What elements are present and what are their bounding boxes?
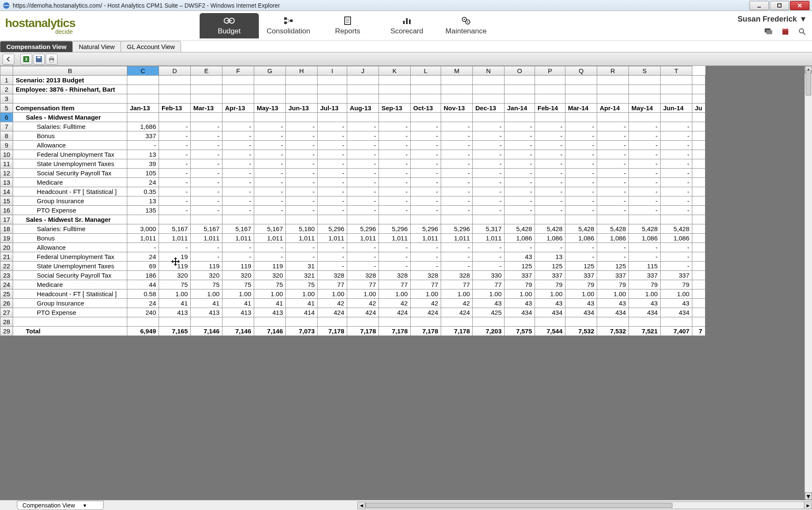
cell[interactable]: - xyxy=(597,141,629,150)
cell[interactable]: - xyxy=(473,178,505,187)
cell[interactable]: - xyxy=(222,178,254,187)
nav-consolidation[interactable]: Consolidation xyxy=(259,13,318,38)
row-header[interactable]: 9 xyxy=(0,141,13,150)
cell[interactable]: - xyxy=(535,159,565,169)
cell[interactable]: 320 xyxy=(254,271,286,280)
user-menu[interactable]: Susan Frederick ▼ xyxy=(738,15,807,24)
cell[interactable]: 1.00 xyxy=(661,289,692,299)
cell[interactable]: - xyxy=(318,206,347,215)
cell[interactable]: - xyxy=(597,187,629,196)
cell[interactable]: - xyxy=(661,206,692,215)
cell[interactable] xyxy=(473,85,505,94)
cell[interactable]: - xyxy=(661,178,692,187)
cell[interactable] xyxy=(318,113,347,122)
month-header[interactable]: Jan-13 xyxy=(127,104,159,113)
cell[interactable]: 79 xyxy=(597,280,629,289)
cell[interactable] xyxy=(473,94,505,104)
cell[interactable]: - xyxy=(347,206,379,215)
cell[interactable] xyxy=(411,94,441,104)
cell[interactable] xyxy=(661,94,692,104)
cell[interactable]: 328 xyxy=(441,271,473,280)
excel-export-button[interactable]: X xyxy=(20,54,32,65)
month-header[interactable]: Ju xyxy=(692,104,705,113)
cell[interactable]: 13 xyxy=(127,196,159,206)
cell[interactable]: - xyxy=(254,169,286,178)
cell[interactable] xyxy=(411,317,441,327)
cell[interactable]: - xyxy=(379,159,411,169)
cell[interactable]: - xyxy=(565,178,597,187)
column-header[interactable]: T xyxy=(661,66,692,76)
cell[interactable]: 1,011 xyxy=(347,234,379,243)
cell[interactable]: 424 xyxy=(318,308,347,317)
cell[interactable]: 43 xyxy=(597,299,629,308)
month-header[interactable]: Aug-13 xyxy=(347,104,379,113)
cell[interactable] xyxy=(692,224,705,234)
cell[interactable] xyxy=(692,122,705,131)
cell[interactable]: - xyxy=(597,178,629,187)
cell[interactable]: 1,011 xyxy=(441,234,473,243)
cell[interactable]: 13 xyxy=(535,252,565,262)
cell[interactable]: 13 xyxy=(127,150,159,159)
cell[interactable]: - xyxy=(411,150,441,159)
row-label[interactable]: Group Insurance xyxy=(13,299,127,308)
row-label[interactable]: Total xyxy=(13,327,127,336)
row-header[interactable]: 17 xyxy=(0,215,13,224)
cell[interactable] xyxy=(411,215,441,224)
cell[interactable]: - xyxy=(565,187,597,196)
cell[interactable] xyxy=(692,76,705,85)
cell[interactable] xyxy=(597,85,629,94)
cell[interactable]: - xyxy=(565,131,597,141)
row-header[interactable]: 7 xyxy=(0,122,13,131)
cell[interactable]: 77 xyxy=(441,280,473,289)
cell[interactable] xyxy=(347,85,379,94)
cell[interactable] xyxy=(692,234,705,243)
cell[interactable]: - xyxy=(597,206,629,215)
cell[interactable]: 1,086 xyxy=(565,234,597,243)
cell[interactable]: 1,011 xyxy=(191,234,222,243)
cell[interactable] xyxy=(692,317,705,327)
cell[interactable]: 1,011 xyxy=(379,234,411,243)
cell[interactable] xyxy=(254,76,286,85)
cell[interactable] xyxy=(629,317,661,327)
month-header[interactable]: Apr-14 xyxy=(597,104,629,113)
cell[interactable] xyxy=(629,94,661,104)
cell[interactable]: - xyxy=(379,196,411,206)
cell[interactable]: 77 xyxy=(347,280,379,289)
cell[interactable]: - xyxy=(597,243,629,252)
cell[interactable]: 77 xyxy=(473,280,505,289)
cell[interactable] xyxy=(191,76,222,85)
cell[interactable]: - xyxy=(191,196,222,206)
cell[interactable]: - xyxy=(318,169,347,178)
cell[interactable] xyxy=(473,76,505,85)
cell[interactable]: - xyxy=(254,159,286,169)
cell[interactable]: - xyxy=(318,252,347,262)
cell[interactable]: - xyxy=(222,159,254,169)
cell[interactable]: 105 xyxy=(127,169,159,178)
row-label[interactable] xyxy=(13,94,127,104)
cell[interactable]: - xyxy=(254,206,286,215)
cell[interactable]: 434 xyxy=(535,308,565,317)
cell[interactable]: 413 xyxy=(191,308,222,317)
cell[interactable]: 5,296 xyxy=(347,224,379,234)
cell[interactable]: - xyxy=(191,169,222,178)
cell[interactable]: 1.00 xyxy=(505,289,535,299)
row-header[interactable]: 1 xyxy=(0,76,13,85)
cell[interactable]: 1.00 xyxy=(318,289,347,299)
cell[interactable] xyxy=(692,178,705,187)
cell[interactable]: 75 xyxy=(222,280,254,289)
cell[interactable]: - xyxy=(441,187,473,196)
cell[interactable]: 42 xyxy=(318,299,347,308)
save-button[interactable] xyxy=(33,54,45,65)
cell[interactable] xyxy=(692,299,705,308)
cell[interactable] xyxy=(629,85,661,94)
cell[interactable]: - xyxy=(347,131,379,141)
cell[interactable]: - xyxy=(286,196,318,206)
column-header[interactable]: S xyxy=(629,66,661,76)
cell[interactable]: - xyxy=(629,122,661,131)
cell[interactable]: 1,011 xyxy=(411,234,441,243)
cell[interactable] xyxy=(159,317,191,327)
cell[interactable]: - xyxy=(535,131,565,141)
month-header[interactable]: Jun-13 xyxy=(286,104,318,113)
cell[interactable] xyxy=(597,113,629,122)
cell[interactable]: - xyxy=(473,122,505,131)
